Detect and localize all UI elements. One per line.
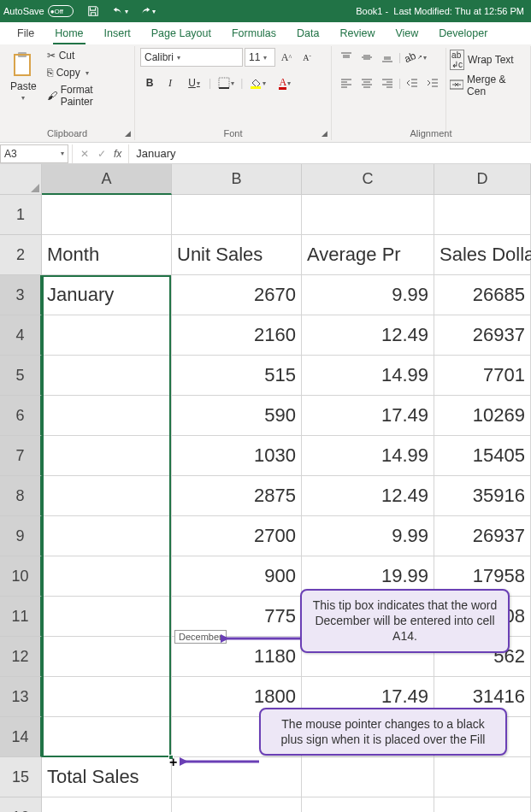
tab-formulas[interactable]: Formulas: [221, 24, 286, 44]
cell[interactable]: January: [42, 275, 172, 315]
clipboard-launcher[interactable]: ◢: [122, 128, 133, 138]
cell[interactable]: 2875: [172, 476, 302, 516]
cell[interactable]: [42, 677, 172, 717]
row-header[interactable]: 4: [0, 315, 42, 356]
cell[interactable]: Sales Dolla: [434, 235, 531, 275]
row-header[interactable]: 6: [0, 396, 42, 436]
cell[interactable]: [42, 516, 172, 556]
tab-developer[interactable]: Developer: [428, 24, 498, 44]
row-header[interactable]: 8: [0, 476, 42, 516]
cell[interactable]: 515: [172, 356, 302, 396]
tab-page-layout[interactable]: Page Layout: [141, 24, 221, 44]
row-header[interactable]: 1: [0, 195, 42, 235]
tab-review[interactable]: Review: [329, 24, 385, 44]
name-box[interactable]: A3▾: [0, 144, 68, 163]
cell[interactable]: 10269: [434, 396, 531, 436]
cell[interactable]: 9.99: [302, 516, 434, 556]
row-header[interactable]: 12: [0, 637, 42, 677]
cell[interactable]: [42, 597, 172, 637]
wrap-text-button[interactable]: ab↲cWrap Text: [450, 50, 525, 70]
col-header-D[interactable]: D: [434, 164, 531, 195]
cell[interactable]: [434, 757, 531, 797]
align-center-button[interactable]: [357, 74, 376, 92]
format-painter-button[interactable]: 🖌Format Painter: [45, 82, 129, 109]
cell[interactable]: [302, 195, 434, 235]
save-icon[interactable]: [84, 2, 103, 21]
col-header-A[interactable]: A: [42, 164, 172, 195]
cell[interactable]: 12.49: [302, 315, 434, 356]
bold-button[interactable]: B: [140, 74, 159, 92]
increase-font-button[interactable]: A^: [277, 48, 296, 67]
cell[interactable]: [172, 195, 302, 235]
tab-data[interactable]: Data: [286, 24, 329, 44]
font-size-select[interactable]: 11▾: [245, 48, 275, 67]
cell[interactable]: [42, 637, 172, 677]
redo-button[interactable]: ▾: [139, 2, 157, 21]
fill-color-button[interactable]: ▾: [245, 74, 270, 92]
cell[interactable]: 7701: [434, 356, 531, 396]
align-right-button[interactable]: [378, 74, 397, 92]
cell[interactable]: 12.49: [302, 476, 434, 516]
cell[interactable]: 15405: [434, 436, 531, 476]
cell[interactable]: [42, 717, 172, 757]
cell[interactable]: 26937: [434, 516, 531, 556]
cell[interactable]: 900: [172, 556, 302, 597]
undo-button[interactable]: ▾: [111, 2, 130, 21]
align-left-button[interactable]: [337, 74, 356, 92]
tab-file[interactable]: File: [7, 24, 44, 44]
cell[interactable]: [42, 396, 172, 436]
cell[interactable]: [42, 195, 172, 235]
autosave-state[interactable]: ● Off: [48, 5, 74, 17]
col-header-B[interactable]: B: [172, 164, 302, 195]
increase-indent-button[interactable]: [423, 74, 442, 92]
accept-formula-button[interactable]: ✓: [93, 145, 110, 162]
row-header[interactable]: 16: [0, 797, 42, 812]
cancel-formula-button[interactable]: ✕: [76, 145, 93, 162]
underline-button[interactable]: U▾: [181, 74, 207, 92]
cell[interactable]: [42, 315, 172, 356]
select-all-corner[interactable]: [0, 164, 42, 195]
italic-button[interactable]: I: [161, 74, 180, 92]
cell[interactable]: Total Sales: [42, 757, 172, 797]
cell[interactable]: [42, 356, 172, 396]
row-header[interactable]: 5: [0, 356, 42, 396]
cell[interactable]: 26937: [434, 315, 531, 356]
decrease-indent-button[interactable]: [403, 74, 422, 92]
cell[interactable]: [42, 436, 172, 476]
cell[interactable]: [302, 797, 434, 812]
align-bottom-button[interactable]: [378, 48, 397, 67]
border-button[interactable]: ▾: [213, 74, 239, 92]
formula-input[interactable]: January: [133, 147, 531, 160]
row-header[interactable]: 15: [0, 757, 42, 797]
cell[interactable]: 2700: [172, 516, 302, 556]
cell[interactable]: [434, 195, 531, 235]
fx-icon[interactable]: fx: [114, 148, 121, 160]
col-header-C[interactable]: C: [302, 164, 434, 195]
align-middle-button[interactable]: [357, 48, 376, 67]
row-header[interactable]: 3: [0, 275, 42, 315]
decrease-font-button[interactable]: Aˇ: [298, 48, 316, 67]
row-header[interactable]: 11: [0, 597, 42, 637]
cell[interactable]: [172, 797, 302, 812]
align-top-button[interactable]: [337, 48, 356, 67]
cell[interactable]: Month: [42, 235, 172, 275]
cell[interactable]: 2670: [172, 275, 302, 315]
cell[interactable]: 35916: [434, 476, 531, 516]
tab-insert[interactable]: Insert: [94, 24, 141, 44]
copy-button[interactable]: ⎘Copy▾: [45, 65, 129, 80]
cell[interactable]: 9.99: [302, 275, 434, 315]
cell[interactable]: [42, 476, 172, 516]
cell[interactable]: Unit Sales: [172, 235, 302, 275]
cell[interactable]: [42, 556, 172, 597]
cut-button[interactable]: ✂Cut: [45, 48, 129, 63]
merge-center-button[interactable]: Merge & Cen: [450, 74, 525, 97]
row-header[interactable]: 10: [0, 556, 42, 597]
cell[interactable]: 14.99: [302, 436, 434, 476]
cell[interactable]: 26685: [434, 275, 531, 315]
cell[interactable]: 14.99: [302, 356, 434, 396]
cell[interactable]: [302, 757, 434, 797]
cell[interactable]: 590: [172, 396, 302, 436]
orientation-button[interactable]: ab↗▾: [403, 48, 428, 67]
row-header[interactable]: 14: [0, 717, 42, 757]
cell[interactable]: 17.49: [302, 396, 434, 436]
